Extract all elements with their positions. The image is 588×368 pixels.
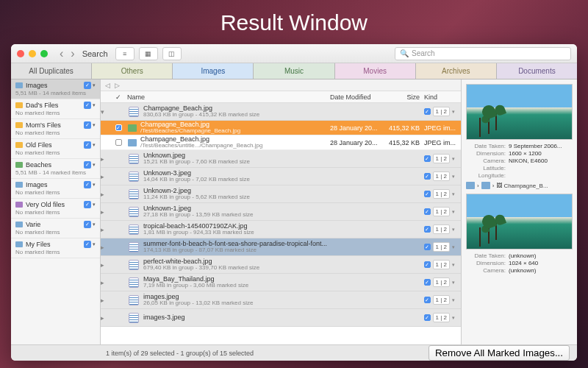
check-badge-icon[interactable]: ✓ xyxy=(84,181,91,188)
chevron-down-icon[interactable]: ▾ xyxy=(93,202,96,208)
disclosure-triangle-icon[interactable]: ▾ xyxy=(101,108,111,116)
nav-back-button[interactable]: ‹ xyxy=(57,47,66,60)
disclosure-triangle-icon[interactable]: ▸ xyxy=(101,226,111,233)
chevron-down-icon[interactable]: ▾ xyxy=(452,244,455,250)
group-row[interactable]: ▸tropical-beach-1454007190ZAK.jpg1,81 MB… xyxy=(101,221,461,238)
chevron-down-icon[interactable]: ▾ xyxy=(93,102,96,108)
check-badge-icon[interactable]: ✓ xyxy=(84,121,91,129)
preview-thumbnail[interactable] xyxy=(466,194,573,250)
chevron-down-icon[interactable]: ▾ xyxy=(452,315,455,321)
chevron-down-icon[interactable]: ▾ xyxy=(93,241,96,247)
disclosure-triangle-icon[interactable]: ▸ xyxy=(101,173,111,180)
group-checkbox[interactable]: ✓ xyxy=(424,173,431,180)
header-date[interactable]: Date Modified xyxy=(330,93,387,101)
group-row[interactable]: ▸Unknown-3.jpeg14,04 KB in group - 7,02 … xyxy=(101,168,461,185)
breadcrumb[interactable]: ››🖼 Champagne_B... xyxy=(466,182,573,189)
sidebar-item[interactable]: Beaches✓▾5,51 MB - 14 marked items xyxy=(11,159,100,179)
tab-music[interactable]: Music xyxy=(254,63,334,79)
group-checkbox[interactable]: ✓ xyxy=(424,108,431,115)
sidebar-item[interactable]: Very Old files✓▾No marked items xyxy=(11,199,100,219)
check-badge-icon[interactable]: ✓ xyxy=(84,102,91,109)
file-row[interactable]: Champagne_Beach.jpg/Test/Beaches/untitle… xyxy=(101,135,461,150)
file-row[interactable]: ✓Champagne_Beach.jpg/Test/Beaches/Champa… xyxy=(101,121,461,135)
chevron-down-icon[interactable]: ▾ xyxy=(452,262,455,268)
chevron-down-icon[interactable]: ▾ xyxy=(452,109,455,115)
group-checkbox[interactable]: ✓ xyxy=(424,279,431,286)
chevron-down-icon[interactable]: ▾ xyxy=(452,280,455,286)
disclosure-triangle-icon[interactable]: ▸ xyxy=(101,191,111,198)
row-checkbox[interactable]: ✓ xyxy=(115,124,122,131)
expand-icon[interactable]: ▷ xyxy=(115,82,120,89)
sidebar-item[interactable]: Dad's Files✓▾No marked items xyxy=(11,99,100,119)
check-badge-icon[interactable]: ✓ xyxy=(84,241,91,248)
sidebar-item[interactable]: Old Files✓▾No marked items xyxy=(11,139,100,159)
disclosure-triangle-icon[interactable]: ▸ xyxy=(101,208,111,216)
group-checkbox[interactable]: ✓ xyxy=(424,314,431,321)
group-row[interactable]: ▸Maya_Bay_Thailand.jpg7,19 MB in group -… xyxy=(101,274,461,291)
minimize-icon[interactable] xyxy=(29,50,36,57)
tab-archives[interactable]: Archives xyxy=(416,63,497,79)
list-view-button[interactable]: ≡ xyxy=(115,47,135,60)
chevron-down-icon[interactable]: ▾ xyxy=(452,191,455,197)
chevron-down-icon[interactable]: ▾ xyxy=(93,142,96,148)
tab-all-duplicates[interactable]: All Duplicates xyxy=(11,63,92,79)
check-badge-icon[interactable]: ✓ xyxy=(84,141,91,149)
remove-marked-button[interactable]: Remove All Marked Images... xyxy=(429,345,570,361)
disclosure-triangle-icon[interactable]: ▸ xyxy=(101,314,111,322)
check-badge-icon[interactable]: ✓ xyxy=(84,82,91,89)
group-checkbox[interactable]: ✓ xyxy=(424,208,431,215)
group-checkbox[interactable]: ✓ xyxy=(424,191,431,197)
file-list[interactable]: ▾Champagne_Beach.jpg830,63 KB in group -… xyxy=(101,103,461,344)
check-badge-icon[interactable]: ✓ xyxy=(84,201,91,208)
group-checkbox[interactable]: ✓ xyxy=(424,297,431,303)
grid-view-button[interactable]: ▦ xyxy=(139,47,158,60)
column-view-button[interactable]: ◫ xyxy=(162,47,182,60)
chevron-down-icon[interactable]: ▾ xyxy=(452,297,455,303)
header-size[interactable]: Size xyxy=(387,93,424,101)
group-row[interactable]: ▸summer-font-b-beach-b-font-sea-shore-pa… xyxy=(101,238,461,256)
chevron-down-icon[interactable]: ▾ xyxy=(93,82,96,88)
chevron-down-icon[interactable]: ▾ xyxy=(452,156,455,162)
group-checkbox[interactable]: ✓ xyxy=(424,226,431,233)
header-check[interactable]: ✓ xyxy=(111,93,126,101)
chevron-down-icon[interactable]: ▾ xyxy=(93,122,96,128)
preview-thumbnail[interactable] xyxy=(466,84,573,140)
nav-forward-button[interactable]: › xyxy=(68,47,77,60)
chevron-down-icon[interactable]: ▾ xyxy=(452,227,455,233)
disclosure-triangle-icon[interactable]: ▸ xyxy=(101,155,111,163)
group-row[interactable]: ▸Unknown-2.jpeg11,24 KB in group - 5,62 … xyxy=(101,185,461,203)
group-row[interactable]: ▸Unknown.jpeg15,21 KB in group - 7,60 KB… xyxy=(101,150,461,168)
tab-documents[interactable]: Documents xyxy=(497,63,577,79)
group-checkbox[interactable]: ✓ xyxy=(424,155,431,162)
chevron-down-icon[interactable]: ▾ xyxy=(93,182,96,188)
tab-images[interactable]: Images xyxy=(173,63,254,79)
group-checkbox[interactable]: ✓ xyxy=(424,261,431,268)
collapse-icon[interactable]: ◁ xyxy=(105,82,110,89)
sidebar-item[interactable]: Images✓▾No marked items xyxy=(11,179,100,199)
search-input[interactable]: 🔍 Search xyxy=(395,47,571,60)
chevron-down-icon[interactable]: ▾ xyxy=(93,222,96,227)
group-row[interactable]: ▾Champagne_Beach.jpg830,63 KB in group -… xyxy=(101,103,461,121)
chevron-down-icon[interactable]: ▾ xyxy=(452,209,455,215)
sidebar-item[interactable]: Images✓▾5,51 MB - 14 marked items xyxy=(11,79,100,99)
group-row[interactable]: ▸images-3.jpeg✓1 | 2▾ xyxy=(101,309,461,327)
group-row[interactable]: ▸images.jpeg26,05 KB in group - 13,02 KB… xyxy=(101,291,461,309)
check-badge-icon[interactable]: ✓ xyxy=(84,221,91,228)
tab-movies[interactable]: Movies xyxy=(335,63,416,79)
close-icon[interactable] xyxy=(17,50,24,57)
header-name[interactable]: Name xyxy=(126,93,330,101)
check-badge-icon[interactable]: ✓ xyxy=(84,161,91,169)
sidebar-item[interactable]: Mom's Files✓▾No marked items xyxy=(11,119,100,139)
chevron-down-icon[interactable]: ▾ xyxy=(452,174,455,180)
header-kind[interactable]: Kind xyxy=(424,93,461,101)
row-checkbox[interactable] xyxy=(115,139,122,146)
group-checkbox[interactable]: ✓ xyxy=(424,244,431,250)
group-row[interactable]: ▸Unknown-1.jpeg27,18 KB in group - 13,59… xyxy=(101,203,461,221)
sidebar-item[interactable]: My Files✓▾No marked items xyxy=(11,238,100,258)
tab-others[interactable]: Others xyxy=(92,63,173,79)
group-row[interactable]: ▸perfect-white-beach.jpg679,40 KB in gro… xyxy=(101,256,461,274)
chevron-down-icon[interactable]: ▾ xyxy=(93,162,96,168)
zoom-icon[interactable] xyxy=(40,50,48,57)
disclosure-triangle-icon[interactable]: ▸ xyxy=(101,297,111,304)
disclosure-triangle-icon[interactable]: ▸ xyxy=(101,261,111,269)
